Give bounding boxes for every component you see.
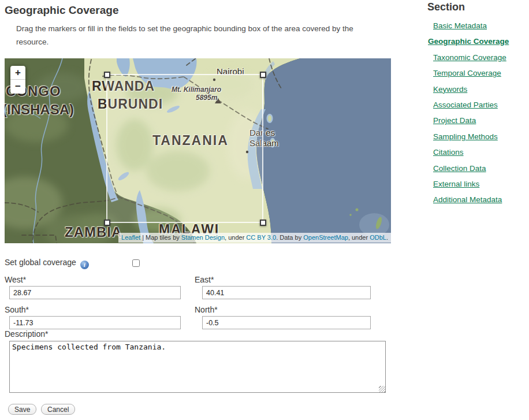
west-label: West* bbox=[5, 275, 26, 284]
sidebar-heading: Section bbox=[427, 1, 529, 13]
stamen-design-link[interactable]: Stamen Design bbox=[181, 234, 225, 241]
map-attribution: Leaflet | Map tiles by Stamen Design, un… bbox=[118, 233, 391, 243]
zoom-in-button[interactable]: + bbox=[10, 66, 25, 80]
info-icon[interactable]: i bbox=[80, 261, 89, 269]
sidebar-item-taxonomic-coverage[interactable]: Taxonomic Coverage bbox=[433, 53, 529, 62]
global-coverage-label-text: Set global coverage bbox=[5, 258, 76, 267]
map-zoom-control: + − bbox=[10, 66, 25, 94]
sidebar-item-basic-metadata[interactable]: Basic Metadata bbox=[433, 21, 529, 30]
attribution-text: Map tiles by bbox=[146, 234, 181, 241]
map[interactable]: CONGO (INSHASA) RWANDA BURUNDI TANZANIA … bbox=[5, 58, 391, 243]
bounding-box bbox=[106, 74, 263, 223]
sidebar-item-sampling-methods[interactable]: Sampling Methods bbox=[433, 132, 529, 141]
sidebar-item-project-data[interactable]: Project Data bbox=[433, 116, 529, 125]
cc-by-link[interactable]: CC BY 3.0 bbox=[246, 234, 276, 241]
zoom-out-button[interactable]: − bbox=[10, 80, 25, 94]
map-label-zambia: ZAMBIA bbox=[65, 225, 122, 239]
attribution-text: , under bbox=[225, 234, 246, 241]
attribution-text: . bbox=[386, 234, 388, 241]
sidebar-item-additional-metadata[interactable]: Additional Metadata bbox=[433, 195, 529, 204]
textarea-resize-handle[interactable] bbox=[379, 386, 385, 392]
sidebar-item-collection-data[interactable]: Collection Data bbox=[433, 164, 529, 173]
description-textarea[interactable]: Specimens collected from Tanzania. bbox=[9, 341, 386, 393]
geographic-coverage-page: Geographic Coverage Drag the markers or … bbox=[0, 0, 529, 420]
sidebar-item-associated-parties[interactable]: Associated Parties bbox=[433, 101, 529, 109]
sidebar-item-external-links[interactable]: External links bbox=[433, 180, 529, 188]
attribution-text: , under bbox=[348, 234, 370, 241]
east-label: East* bbox=[195, 275, 214, 284]
global-coverage-label: Set global coveragei bbox=[5, 258, 89, 269]
sidebar-item-temporal-coverage[interactable]: Temporal Coverage bbox=[433, 69, 529, 77]
odbl-link[interactable]: ODbL bbox=[370, 234, 386, 241]
north-input[interactable] bbox=[202, 316, 371, 329]
west-input[interactable] bbox=[9, 286, 181, 299]
description-label: Description* bbox=[5, 329, 48, 339]
south-input[interactable] bbox=[9, 316, 181, 329]
sidebar-nav: Basic Metadata Geographic Coverage Taxon… bbox=[433, 21, 529, 204]
global-coverage-checkbox[interactable] bbox=[132, 259, 140, 267]
sidebar-item-citations[interactable]: Citations bbox=[433, 148, 529, 157]
bbox-marker-southwest[interactable] bbox=[104, 220, 110, 226]
bbox-marker-southeast[interactable] bbox=[260, 220, 266, 226]
north-label: North* bbox=[195, 305, 218, 314]
sidebar-item-keywords[interactable]: Keywords bbox=[433, 85, 529, 94]
section-sidebar: Section Basic Metadata Geographic Covera… bbox=[427, 1, 529, 211]
sidebar-item-geographic-coverage[interactable]: Geographic Coverage bbox=[428, 37, 529, 46]
map-label-kinshasa: (INSHASA) bbox=[5, 102, 74, 117]
page-description: Drag the markers or fill in the fields t… bbox=[16, 22, 374, 49]
bbox-marker-northeast[interactable] bbox=[260, 72, 266, 78]
attribution-text: | bbox=[140, 234, 146, 241]
south-label: South* bbox=[5, 305, 29, 314]
openstreetmap-link[interactable]: OpenStreetMap bbox=[303, 234, 348, 241]
save-button[interactable]: Save bbox=[8, 404, 36, 415]
page-title: Geographic Coverage bbox=[5, 4, 118, 17]
east-input[interactable] bbox=[202, 286, 371, 299]
leaflet-link[interactable]: Leaflet bbox=[121, 234, 140, 241]
bbox-marker-northwest[interactable] bbox=[104, 72, 110, 78]
cancel-button[interactable]: Cancel bbox=[41, 404, 75, 415]
attribution-text: . Data by bbox=[276, 234, 303, 241]
